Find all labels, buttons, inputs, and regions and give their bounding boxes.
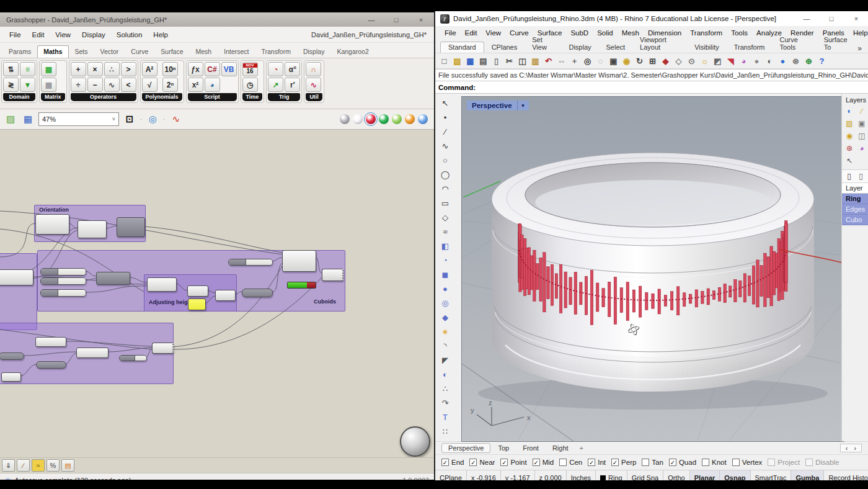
- gauge-icon[interactable]: ◔: [268, 62, 283, 76]
- osnap-vertex[interactable]: Vertex: [732, 459, 763, 466]
- power-of-10-icon[interactable]: 10ⁿ: [162, 62, 178, 76]
- polygon-icon[interactable]: ◇: [438, 210, 453, 225]
- properties-icon[interactable]: ▯: [490, 55, 503, 67]
- gh-node[interactable]: [1, 372, 21, 382]
- gh-tab-display[interactable]: Display: [297, 45, 330, 58]
- gh-number-slider[interactable]: [119, 355, 147, 361]
- gh-tab-curve[interactable]: Curve: [125, 45, 154, 58]
- curve-icon[interactable]: ∿: [438, 139, 453, 153]
- osnap-checkbox-int[interactable]: ✓: [588, 459, 595, 466]
- osnap-near[interactable]: ✓Near: [469, 459, 495, 466]
- surface-icon[interactable]: ◧: [438, 239, 453, 253]
- osnap-disable[interactable]: Disable: [805, 459, 839, 466]
- osnap-checkbox-disable[interactable]: [805, 459, 813, 466]
- zoom-extents-icon[interactable]: ⊡: [123, 112, 136, 126]
- sketch-icon[interactable]: ∕: [17, 459, 30, 472]
- viewport-title-dropdown[interactable]: ▼: [517, 101, 529, 110]
- gears-icon[interactable]: ⊛: [789, 55, 802, 67]
- gh-node[interactable]: [35, 337, 66, 347]
- layer-row-edges[interactable]: Edges: [842, 204, 868, 215]
- rhino-toolbar-tab-display[interactable]: Display: [561, 42, 598, 53]
- pan-icon[interactable]: ⇔: [555, 55, 568, 67]
- pimage-icon[interactable]: ▣: [857, 119, 867, 128]
- array-icon[interactable]: ∷: [438, 424, 453, 439]
- sketch-tool-icon[interactable]: ∿: [169, 112, 183, 126]
- variable-icon[interactable]: x²: [188, 78, 203, 92]
- preview-eye-icon[interactable]: ◎: [146, 112, 159, 126]
- circle-icon[interactable]: ○: [438, 153, 453, 168]
- gh-tab-maths[interactable]: Maths: [37, 45, 68, 58]
- gh-node[interactable]: [78, 220, 107, 238]
- gh-menu-edit[interactable]: Edit: [27, 31, 50, 38]
- rhino-toolbar-tab-cplanes[interactable]: CPlanes: [484, 42, 525, 53]
- rhino-toolbar-tab-viewport-layout[interactable]: Viewport Layout: [632, 35, 687, 53]
- gh-menu-solution[interactable]: Solution: [111, 31, 148, 38]
- minimize-button[interactable]: —: [365, 16, 378, 24]
- osnap-end[interactable]: ✓End: [441, 459, 464, 466]
- maximize-button[interactable]: □: [825, 15, 838, 22]
- toolbar-overflow-button[interactable]: »: [857, 44, 863, 53]
- power-icon[interactable]: A²: [142, 62, 157, 76]
- rhino-toolbar-tab-surface-to[interactable]: Surface To: [817, 35, 858, 53]
- status-cell-planar[interactable]: Planar: [690, 470, 720, 480]
- osnap-project[interactable]: Project: [768, 459, 800, 466]
- interpolate-icon[interactable]: ∿: [306, 78, 321, 92]
- rhino-toolbar-tab-visibility[interactable]: Visibility: [687, 42, 727, 53]
- graph-icon[interactable]: ↗: [268, 78, 283, 92]
- gh-tab-intersect[interactable]: Intersect: [218, 45, 255, 58]
- new-layer-icon[interactable]: ▯: [844, 171, 854, 181]
- maximize-button[interactable]: □: [389, 16, 403, 24]
- preview-quality-icon[interactable]: [418, 114, 428, 124]
- gh-node[interactable]: [147, 277, 177, 292]
- domain-minmax-icon[interactable]: ≷: [3, 78, 19, 92]
- power-of-2-icon[interactable]: 2ⁿ: [162, 78, 178, 92]
- osnap-int[interactable]: ✓Int: [588, 459, 606, 466]
- expression-icon[interactable]: ƒx: [188, 62, 203, 76]
- render-dark-icon[interactable]: ◐: [763, 55, 776, 67]
- pbell-icon[interactable]: ◉: [844, 131, 854, 141]
- status-cell-ring[interactable]: Ring: [596, 470, 627, 480]
- multiplication-icon[interactable]: ×: [87, 62, 103, 76]
- rhino-menu-view[interactable]: View: [481, 29, 505, 37]
- date-icon[interactable]: NOV16: [242, 62, 258, 76]
- print-icon[interactable]: ▤: [477, 55, 490, 67]
- grasshopper-canvas[interactable]: Orientation Adjusting height Cuboids: [0, 130, 434, 457]
- draw-attributes-icon[interactable]: [405, 114, 415, 124]
- osnap-checkbox-project[interactable]: [768, 459, 775, 466]
- draw-fancy-wires-icon[interactable]: [392, 114, 402, 124]
- mass-addition-icon[interactable]: ∴: [104, 62, 120, 76]
- gh-menu-file[interactable]: File: [4, 31, 27, 38]
- save-icon[interactable]: ▦: [464, 55, 477, 67]
- gaussian-icon[interactable]: ∩: [306, 62, 321, 76]
- gh-menu-view[interactable]: View: [50, 31, 76, 38]
- gh-tab-params[interactable]: Params: [2, 45, 37, 58]
- gh-tab-mesh[interactable]: Mesh: [190, 45, 218, 58]
- command-line[interactable]: Command:: [435, 81, 868, 94]
- open-file-icon[interactable]: ▨: [4, 112, 17, 126]
- rhino-menu-edit[interactable]: Edit: [461, 29, 482, 37]
- gh-capsule-node[interactable]: [242, 289, 273, 297]
- points-icon[interactable]: ∴: [438, 382, 453, 396]
- percent-icon[interactable]: %: [46, 459, 60, 472]
- rhino-menu-solid[interactable]: Solid: [593, 29, 618, 37]
- gh-menu-display[interactable]: Display: [76, 31, 111, 38]
- preview-off-icon[interactable]: [340, 114, 350, 124]
- rectangle-icon[interactable]: ▭: [438, 196, 453, 210]
- gh-tab-sets[interactable]: Sets: [69, 45, 94, 58]
- gh-output-node[interactable]: [152, 343, 174, 354]
- square-root-icon[interactable]: √: [142, 78, 157, 92]
- smaller-than-icon[interactable]: <: [121, 78, 136, 92]
- tab-scroll-left-icon[interactable]: ‹: [846, 444, 848, 452]
- status-cell-osnap[interactable]: Osnap: [720, 470, 750, 480]
- psphere-icon[interactable]: ◐: [844, 106, 854, 116]
- status-cell-grid-sna[interactable]: Grid Sna: [627, 470, 663, 480]
- patch-icon[interactable]: ◆: [438, 310, 453, 325]
- autosave-icon[interactable]: ⇓: [2, 459, 15, 472]
- gh-menu-help[interactable]: Help: [148, 31, 174, 38]
- pgear-icon[interactable]: ⊛: [844, 143, 854, 153]
- undo-icon[interactable]: ↶: [542, 55, 555, 67]
- osnap-checkbox-knot[interactable]: [702, 459, 709, 466]
- color-wheel-icon[interactable]: ◕: [737, 55, 750, 67]
- cut-icon[interactable]: ✂: [503, 55, 516, 67]
- gh-number-slider[interactable]: [228, 259, 273, 266]
